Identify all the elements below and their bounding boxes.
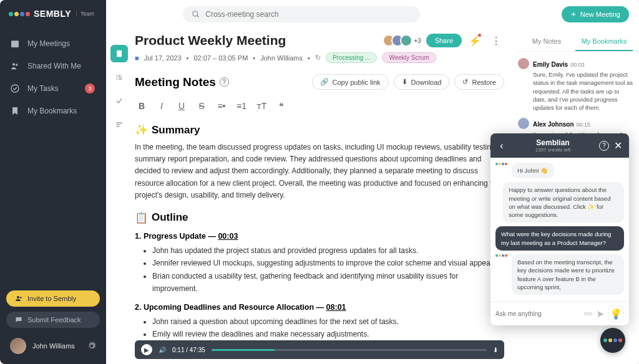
brand-tier: Team xyxy=(76,11,94,17)
status-pill: Processing ... xyxy=(326,52,378,63)
person-add-icon xyxy=(15,295,22,302)
doc-meta: ■ Jul 17, 2023 • 02:07 – 03:05 PM • John… xyxy=(135,52,504,63)
sidebar-bottom: Invite to Sembly Submit Feedback John Wi… xyxy=(0,284,106,364)
outline-heading: 📋 Outline xyxy=(135,211,504,224)
feedback-button[interactable]: Submit Feedback xyxy=(6,312,100,328)
view-rail xyxy=(106,29,132,364)
bot-message: Happy to answer questions about the meet… xyxy=(503,182,624,223)
user-name: John Williams xyxy=(32,342,81,350)
number-list-button[interactable]: ≡1 xyxy=(236,101,247,111)
restore-button[interactable]: ↺Restore xyxy=(454,74,504,90)
bot-avatar-icon xyxy=(495,254,508,267)
semblian-input-row: 500 ➤ 💡 xyxy=(490,301,629,325)
semblian-input[interactable] xyxy=(495,310,580,317)
summary-text: In the meeting, the team discussed progr… xyxy=(135,141,504,201)
progress-bar[interactable] xyxy=(212,349,487,351)
nav-label: Shared With Me xyxy=(27,62,81,70)
underline-button[interactable]: U xyxy=(176,101,187,111)
play-button[interactable]: ▶ xyxy=(141,344,152,355)
rail-check[interactable] xyxy=(110,92,128,110)
nav-my-tasks[interactable]: My Tasks 3 xyxy=(0,77,106,100)
lines-icon xyxy=(115,120,124,129)
send-button[interactable]: ➤ xyxy=(596,308,604,320)
svg-point-2 xyxy=(16,64,17,65)
download-button[interactable]: ⬇Download xyxy=(394,74,450,90)
bolt-button[interactable]: ⚡ xyxy=(467,32,483,49)
refresh-icon[interactable]: ↻ xyxy=(315,54,321,62)
right-tabs: My Notes My Bookmarks xyxy=(518,32,633,52)
player-time: 0:11 / 47:35 xyxy=(172,347,205,353)
nav-shared[interactable]: Shared With Me xyxy=(0,55,106,77)
link-icon: 🔗 xyxy=(320,78,329,86)
restore-icon: ↺ xyxy=(462,78,468,86)
svg-point-5 xyxy=(193,11,198,16)
calendar-icon xyxy=(10,39,20,49)
semblian-title: Semblian xyxy=(507,138,599,147)
timestamp-link[interactable]: 08:01 xyxy=(326,303,346,312)
new-meeting-label: New Meeting xyxy=(580,11,620,18)
outline-item: Brian conducted a usability test, gather… xyxy=(152,270,504,295)
semblian-credits: 1357 credits left xyxy=(507,147,599,153)
outline-section-1: 1. Progress Update — 00:03 xyxy=(135,232,504,241)
semblian-messages: Hi John! 👋 Happy to answer questions abo… xyxy=(490,158,629,301)
rail-tasks[interactable] xyxy=(110,69,128,86)
rail-notes[interactable] xyxy=(110,45,128,62)
semblian-fab[interactable] xyxy=(600,328,625,353)
quote-button[interactable]: ❝ xyxy=(276,101,287,111)
rail-transcript[interactable] xyxy=(110,116,128,133)
invite-button[interactable]: Invite to Sembly xyxy=(6,290,100,307)
notes-title: Meeting Notes ? xyxy=(135,75,229,89)
participant-avatars[interactable]: +3 xyxy=(383,34,421,47)
bullet-list-button[interactable]: ≡• xyxy=(216,101,227,111)
current-user[interactable]: John Williams xyxy=(6,334,100,358)
doc-header: Product Weekly Meeting +3 Share ⚡ ⋮ xyxy=(135,32,504,49)
people-icon xyxy=(10,61,20,71)
summary-heading: ✨ Summary xyxy=(135,123,504,136)
gear-icon[interactable] xyxy=(87,342,96,350)
bot-message: Based on the meeting transcript, the key… xyxy=(512,254,624,295)
document-icon xyxy=(115,49,124,58)
more-button[interactable]: ⋮ xyxy=(488,32,504,49)
share-button[interactable]: Share xyxy=(426,34,462,47)
list-check-icon xyxy=(115,73,124,82)
doc-time: 02:07 – 03:05 PM xyxy=(193,54,248,62)
back-button[interactable]: ‹ xyxy=(497,141,507,151)
nav-label: My Bookmarks xyxy=(27,107,77,115)
volume-icon[interactable]: 🔊 xyxy=(159,347,166,353)
svg-point-3 xyxy=(11,85,19,92)
copy-link-button[interactable]: 🔗Copy public link xyxy=(312,74,389,90)
doc-title: Product Weekly Meeting xyxy=(135,33,286,48)
download-audio-button[interactable]: ⬇ xyxy=(493,347,498,353)
tag-pill[interactable]: Weekly Scrum xyxy=(382,52,436,63)
avatar xyxy=(10,338,26,354)
topbar: New Meeting xyxy=(106,0,639,29)
tab-my-notes[interactable]: My Notes xyxy=(518,32,575,51)
tasks-badge: 3 xyxy=(85,84,95,93)
nav-my-meetings[interactable]: My Meetings xyxy=(0,32,106,55)
logo-icon xyxy=(9,12,30,16)
help-icon[interactable]: ? xyxy=(599,141,609,151)
bookmark-author: Alex Johnson xyxy=(533,121,574,128)
help-icon[interactable]: ? xyxy=(220,77,229,87)
search-field[interactable] xyxy=(205,10,411,19)
bookmark-item[interactable]: Emily Davis00:03 Sure, Emily. I've updat… xyxy=(518,58,633,112)
outline-list-2: John raised a question about upcoming de… xyxy=(135,315,504,341)
outline-item: Jennifer reviewed UI mockups, suggesting… xyxy=(152,257,504,269)
search-input[interactable] xyxy=(183,6,420,22)
suggestions-button[interactable]: 💡 xyxy=(608,305,624,322)
nav: My Meetings Shared With Me My Tasks 3 My… xyxy=(0,27,106,284)
strike-button[interactable]: S xyxy=(196,101,207,111)
bookmark-author: Emily Davis xyxy=(533,61,568,68)
text-size-button[interactable]: ᴛT xyxy=(256,101,267,111)
close-button[interactable]: ✕ xyxy=(613,141,623,151)
new-meeting-button[interactable]: New Meeting xyxy=(562,6,629,22)
bold-button[interactable]: B xyxy=(136,101,147,111)
bookmark-icon xyxy=(10,106,20,116)
logo[interactable]: SEMBLY Team xyxy=(0,0,106,27)
italic-button[interactable]: I xyxy=(156,101,167,111)
timestamp-link[interactable]: 00:03 xyxy=(218,232,238,241)
nav-my-bookmarks[interactable]: My Bookmarks xyxy=(0,100,106,122)
tab-my-bookmarks[interactable]: My Bookmarks xyxy=(575,32,633,51)
user-message: What were the key decisions made during … xyxy=(495,226,624,251)
svg-rect-0 xyxy=(11,41,19,47)
